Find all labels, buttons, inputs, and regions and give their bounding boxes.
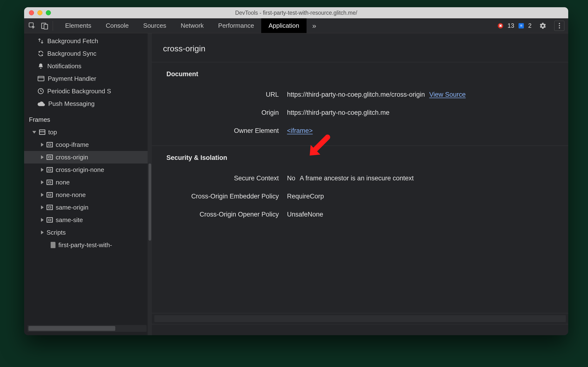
disclosure-triangle-icon[interactable] xyxy=(41,218,44,222)
view-source-link[interactable]: View Source xyxy=(429,91,466,98)
titlebar: DevTools - first-party-test-with-resourc… xyxy=(24,7,568,18)
section-heading-document: Document xyxy=(152,62,568,80)
info-badge-icon[interactable]: = xyxy=(519,23,524,28)
tab-application[interactable]: Application xyxy=(261,18,306,33)
kv-key: Owner Element xyxy=(152,127,287,134)
kv-key: Secure Context xyxy=(152,175,287,182)
sidebar-item-payment-handler[interactable]: Payment Handler xyxy=(24,72,152,85)
frame-node[interactable]: coop-iframe xyxy=(24,138,152,151)
frame-node-top[interactable]: top xyxy=(24,126,152,138)
frame-node[interactable]: none-none xyxy=(24,189,152,201)
frame-node[interactable]: same-site xyxy=(24,214,152,226)
window-icon xyxy=(39,129,45,135)
disclosure-triangle-icon[interactable] xyxy=(32,131,36,133)
sidebar-scrollbar-thumb[interactable] xyxy=(149,164,151,241)
kv-value: RequireCorp xyxy=(287,193,324,200)
minimize-window-icon[interactable] xyxy=(37,10,42,16)
frame-icon xyxy=(47,217,53,223)
kv-origin: Origin https://third-party-no-coep.glitc… xyxy=(152,109,568,117)
frame-node-selected[interactable]: cross-origin xyxy=(24,151,152,164)
frame-node-label: first-party-test-with- xyxy=(58,241,112,249)
sidebar-item-label: Background Fetch xyxy=(47,37,98,45)
tab-elements[interactable]: Elements xyxy=(58,18,98,33)
maximize-window-icon[interactable] xyxy=(46,10,51,16)
sidebar-item-background-fetch[interactable]: Background Fetch xyxy=(24,35,152,47)
more-menu-button[interactable] xyxy=(554,21,564,31)
kv-value: https://third-party-no-coep.glitch.me xyxy=(287,109,389,117)
device-toolbar-icon[interactable] xyxy=(41,22,48,29)
tab-sources[interactable]: Sources xyxy=(136,18,173,33)
disclosure-triangle-icon[interactable] xyxy=(41,231,44,234)
disclosure-triangle-icon[interactable] xyxy=(41,193,44,197)
frame-details-title: cross-origin xyxy=(152,33,568,62)
frame-node-label: cross-origin xyxy=(56,154,88,161)
errors-badge-icon[interactable]: ✖ xyxy=(498,23,503,28)
kv-url: URL https://third-party-no-coep.glitch.m… xyxy=(152,91,568,98)
kv-note: A frame ancestor is an insecure context xyxy=(300,175,414,182)
frame-node-label: same-origin xyxy=(56,204,89,211)
disclosure-triangle-icon[interactable] xyxy=(41,155,44,159)
cloud-icon xyxy=(38,101,45,106)
annotation-arrow-icon xyxy=(306,134,330,158)
sidebar-item-label: Payment Handler xyxy=(48,75,96,83)
frame-node-label: none xyxy=(56,179,70,186)
sidebar-item-label: Push Messaging xyxy=(48,100,94,108)
frame-node-label: top xyxy=(48,128,57,136)
disclosure-triangle-icon[interactable] xyxy=(41,143,44,147)
frames-tree: top coop-iframe cross-origin xyxy=(24,126,152,251)
kv-owner-element: Owner Element <iframe> xyxy=(152,127,568,134)
tab-console[interactable]: Console xyxy=(98,18,136,33)
credit-card-icon xyxy=(38,76,44,81)
tab-network[interactable]: Network xyxy=(173,18,211,33)
errors-count[interactable]: 13 xyxy=(507,22,514,29)
bell-icon xyxy=(38,63,44,69)
sidebar-heading-frames: Frames xyxy=(24,113,152,126)
inspect-element-icon[interactable] xyxy=(28,22,36,29)
bottom-drawer-collapsed xyxy=(152,313,568,335)
kv-key: URL xyxy=(152,91,287,98)
frame-icon xyxy=(47,192,53,198)
sidebar-item-notifications[interactable]: Notifications xyxy=(24,60,152,72)
sidebar-horizontal-scrollbar-thumb[interactable] xyxy=(28,326,115,331)
frame-node-label: coop-iframe xyxy=(56,141,89,149)
owner-element-link[interactable]: <iframe> xyxy=(287,127,313,134)
application-sidebar: Background Fetch Background Sync Notific… xyxy=(24,33,152,335)
disclosure-triangle-icon[interactable] xyxy=(41,205,44,209)
clock-icon xyxy=(38,88,44,94)
settings-gear-icon[interactable] xyxy=(536,22,550,29)
sidebar-item-push-messaging[interactable]: Push Messaging xyxy=(24,97,152,110)
sidebar-item-periodic-background-sync[interactable]: Periodic Background S xyxy=(24,85,152,97)
frame-node-scripts[interactable]: Scripts xyxy=(24,226,152,239)
frame-node-label: none-none xyxy=(56,191,86,199)
frame-file-node[interactable]: first-party-test-with- xyxy=(24,239,152,251)
sync-icon xyxy=(38,50,44,57)
frame-node-label: Scripts xyxy=(47,229,66,236)
drawer-bar[interactable] xyxy=(152,313,568,324)
sidebar-horizontal-scrollbar[interactable] xyxy=(27,325,147,332)
info-count[interactable]: 2 xyxy=(528,22,532,29)
sidebar-item-label: Periodic Background S xyxy=(47,88,111,95)
devtools-tabbar: Elements Console Sources Network Perform… xyxy=(24,18,568,33)
devtools-window: DevTools - first-party-test-with-resourc… xyxy=(24,7,568,335)
file-icon xyxy=(51,242,55,248)
drawer-bar[interactable] xyxy=(152,324,568,335)
window-controls xyxy=(29,10,51,16)
disclosure-triangle-icon[interactable] xyxy=(41,168,44,172)
close-window-icon[interactable] xyxy=(29,10,34,16)
tabs-overflow-button[interactable]: » xyxy=(307,22,322,30)
kv-secure-context: Secure Context No A frame ancestor is an… xyxy=(152,175,568,182)
svg-rect-3 xyxy=(38,76,44,81)
section-heading-security: Security & Isolation xyxy=(152,146,568,164)
frame-icon xyxy=(47,142,53,147)
sidebar-scrollbar[interactable] xyxy=(148,33,152,335)
frame-icon xyxy=(47,167,53,172)
sidebar-item-background-sync[interactable]: Background Sync xyxy=(24,47,152,60)
tab-performance[interactable]: Performance xyxy=(211,18,261,33)
frame-node[interactable]: none xyxy=(24,176,152,189)
frame-node[interactable]: cross-origin-none xyxy=(24,164,152,176)
disclosure-triangle-icon[interactable] xyxy=(41,180,44,184)
frame-node[interactable]: same-origin xyxy=(24,201,152,214)
kv-key: Cross-Origin Opener Policy xyxy=(152,211,287,218)
frame-node-label: same-site xyxy=(56,216,83,224)
kebab-icon xyxy=(559,23,560,24)
